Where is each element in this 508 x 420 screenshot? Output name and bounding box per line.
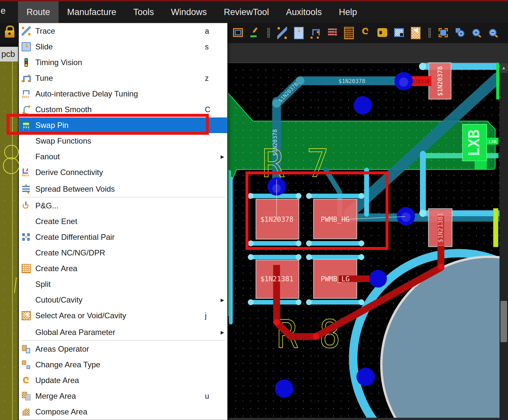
menubar-item-windows[interactable]: Windows [162, 1, 215, 23]
pg-icon [22, 201, 31, 210]
menu-item-select-area-or-void-cavity[interactable]: Select Area or Void/Cavity j ▶ [19, 308, 227, 324]
shortcut-key: s [205, 43, 221, 51]
derive-connectivity-icon [22, 168, 31, 177]
submenu-arrow-icon: ▶ [221, 297, 227, 303]
menu-item-fanout[interactable]: Fanout ▶ [19, 149, 227, 165]
menu-item-areas-operator[interactable]: Areas Operator ▶ [19, 341, 227, 357]
menu-item-split[interactable]: Split ▶ [19, 276, 227, 292]
areas-operator-icon [22, 344, 31, 354]
film-line [14, 277, 17, 293]
edge-trace-cyan[interactable] [229, 177, 233, 324]
merge-area-icon [22, 392, 31, 401]
custom-smooth-icon [22, 105, 31, 114]
menu-item-trace[interactable]: Trace a ▶ [19, 23, 227, 39]
lxb-label: LXB [465, 129, 483, 156]
separator-icon[interactable] [427, 27, 431, 39]
update-area-icon[interactable] [361, 27, 371, 39]
update-area-icon [22, 376, 31, 385]
menu-item-auto-interactive-delay-tuning[interactable]: Auto-interactive Delay Tuning ▶ [19, 86, 227, 102]
menubar-item-manufacture[interactable]: Manufacture [59, 1, 125, 23]
net-label-horizontal: $1N20378 [338, 78, 365, 84]
menu-item-create-differential-pair[interactable]: Create Differential Pair ▶ [19, 229, 227, 245]
zoom-in-icon[interactable] [472, 27, 481, 39]
annotation-rect-swap-pin [7, 114, 209, 135]
select-area-icon[interactable] [411, 27, 421, 39]
shape-route-icon[interactable] [394, 28, 404, 37]
menu-item-icon [22, 136, 31, 146]
separator-icon[interactable] [266, 27, 270, 39]
edge-pin-chartreuse [493, 208, 498, 247]
submenu-arrow-icon: ▶ [221, 330, 227, 335]
tab-pcb[interactable]: pcb [0, 47, 18, 61]
menu-item-spread-between-voids[interactable]: Spread Between Voids ▶ [19, 180, 227, 198]
menu-item-slide[interactable]: Slide s ▶ [19, 39, 227, 55]
slide-icon[interactable] [294, 27, 304, 39]
menu-item-icon [22, 248, 31, 257]
shortcut-key: a [205, 27, 221, 36]
menubar-item-help[interactable]: Help [330, 1, 366, 23]
trace-icon [22, 26, 31, 36]
menu-item-derive-connectivity[interactable]: Derive Connectivity ▶ [19, 165, 227, 180]
slide-icon [22, 42, 31, 51]
pad-label-right: $1N21381 [437, 213, 444, 243]
zoom-out-icon[interactable] [488, 27, 498, 39]
zoom-window-icon[interactable] [438, 27, 448, 39]
unlock-icon[interactable] [5, 26, 15, 39]
menubar-item-route[interactable]: Route [18, 1, 59, 23]
menu-item-tune[interactable]: Tune z ▶ [19, 70, 227, 86]
menu-item-icon [22, 295, 31, 305]
shortcut-key: u [205, 392, 221, 401]
menu-item-p-g[interactable]: P&G... ▶ [19, 198, 227, 214]
trace-icon[interactable] [277, 27, 287, 39]
lxb-small-label: LXB [489, 139, 497, 144]
spread-red-icon[interactable] [327, 27, 337, 39]
menu-item-create-nc-ng-dpr[interactable]: Create NC/NG/DPR ▶ [19, 245, 227, 261]
bottom-strip [228, 418, 499, 420]
pad-label-bl: $1N21381 [260, 275, 293, 283]
spread-voids-icon [22, 184, 31, 194]
menu-item-swap-functions[interactable]: Swap Functions ▶ [19, 133, 227, 149]
change-area-type-icon [22, 360, 31, 369]
menubar-item-tools[interactable]: Tools [125, 1, 162, 23]
menu-item-change-area-type[interactable]: Change Area Type ▶ [19, 357, 227, 373]
menu-item-global-area-parameter[interactable]: Global Area Parameter ▶ [19, 324, 227, 341]
pad-icon[interactable] [377, 28, 387, 37]
menubar-items: Route Manufacture Tools Windows ReviewTo… [18, 1, 366, 23]
auto-delay-icon [22, 89, 31, 98]
shortcut-key: C [205, 105, 221, 114]
edge-pin-green [496, 63, 499, 99]
menu-item-merge-area[interactable]: Merge Area u ▶ [19, 388, 227, 404]
menubar-item-reviewtool[interactable]: ReviewTool [215, 1, 278, 23]
timing-vision-icon [22, 58, 31, 67]
menu-item-create-enet[interactable]: Create Enet ▶ [19, 214, 227, 229]
menu-item-icon [22, 280, 31, 289]
create-area-icon [22, 264, 31, 273]
compose-area-icon [22, 407, 31, 416]
menu-item-update-area[interactable]: Update Area ▶ [19, 373, 227, 388]
lxb-bottom-tab[interactable] [475, 161, 487, 169]
menu-item-cutout-cavity[interactable]: Cutout/Cavity ▶ [19, 292, 227, 308]
menu-item-icon [22, 328, 31, 337]
measure-pencil-icon[interactable] [250, 27, 260, 39]
menubar-item-clipped[interactable]: e [1, 6, 8, 16]
menubar: e Route Manufacture Tools Windows [0, 1, 508, 23]
pad-label-br: PWMB_LG [321, 275, 350, 283]
create-area-icon[interactable] [344, 27, 354, 39]
route-menu: Trace a ▶ Slide s ▶ Timing Vision ▶ Tune [19, 23, 227, 420]
zoom-selection-icon[interactable] [455, 27, 465, 39]
scroll-up-icon[interactable] [499, 63, 508, 73]
scrollbar-thumb[interactable] [500, 301, 507, 342]
frame-icon[interactable] [233, 28, 243, 37]
app-window: e Route Manufacture Tools Windows [0, 0, 508, 420]
toolbar-icons [233, 27, 508, 39]
shortcut-key: z [205, 74, 221, 83]
menu-item-create-area[interactable]: Create Area ▶ [19, 261, 227, 276]
menubar-item-auxitools[interactable]: Auxitools [278, 1, 331, 23]
annotation-rect-pads [245, 171, 389, 250]
shortcut-key: j [205, 311, 221, 320]
vertical-scrollbar[interactable] [499, 63, 508, 420]
menu-item-compose-area[interactable]: Compose Area ▶ [19, 404, 227, 420]
pad-label-top-right: $1N20378 [436, 66, 444, 96]
tune-icon[interactable] [311, 27, 320, 39]
menu-item-timing-vision[interactable]: Timing Vision ▶ [19, 55, 227, 70]
